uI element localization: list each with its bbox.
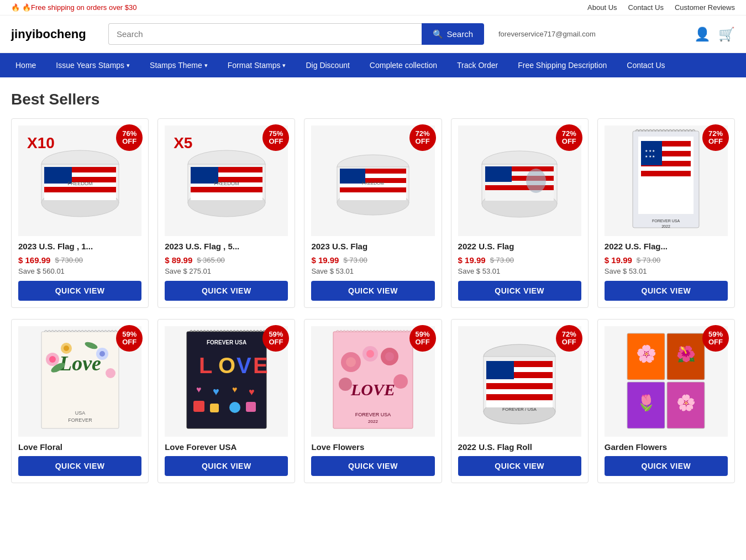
quick-view-btn-4[interactable]: QUICK VIEW (458, 281, 581, 301)
header-email: foreverservice717@gmail.com (498, 30, 596, 38)
nav-home[interactable]: Home (6, 53, 46, 77)
chevron-stamps-theme: ▾ (204, 62, 208, 69)
quick-view-btn-3[interactable]: QUICK VIEW (311, 281, 434, 301)
nav-free-shipping[interactable]: Free Shipping Description (508, 53, 617, 77)
svg-rect-71 (210, 404, 219, 412)
product-card-4: 72% OFF 2022 U.S. Flag (451, 118, 589, 308)
svg-rect-6 (44, 187, 116, 192)
svg-point-52 (64, 346, 69, 351)
shipping-notice-text: 🔥Free shipping on orders over $30 (22, 3, 137, 12)
search-bar: 🔍 Search (108, 23, 484, 45)
svg-rect-73 (246, 402, 256, 412)
contact-us-top-link[interactable]: Contact Us (628, 3, 664, 12)
svg-point-80 (366, 350, 374, 358)
price-save-3: Save $ 53.01 (311, 267, 434, 275)
discount-pct-7: 59% (269, 331, 283, 338)
discount-off-1: OFF (122, 138, 136, 145)
nav-track-order[interactable]: Track Order (447, 53, 508, 77)
svg-text:2022: 2022 (662, 224, 671, 228)
price-save-2: Save $ 275.01 (165, 267, 288, 275)
product-card-1: 76% OFF X10 FREEDOM 2023 U.S. (11, 118, 149, 308)
svg-text:Love: Love (59, 352, 101, 375)
quick-view-btn-2[interactable]: QUICK VIEW (165, 281, 288, 301)
quick-view-btn-6[interactable]: QUICK VIEW (18, 456, 141, 476)
svg-text:🌺: 🌺 (676, 345, 696, 363)
discount-pct-10: 59% (708, 331, 723, 338)
price-current-5: $ 19.99 (605, 255, 632, 265)
discount-badge-5: 72% OFF (702, 124, 729, 151)
discount-badge-6: 59% OFF (116, 325, 143, 352)
svg-text:FOREVER USA: FOREVER USA (207, 339, 246, 346)
garden-svg: 🌸 🌺 🌷 🌸 (622, 329, 710, 434)
flag-roll2-svg: FOREVER / USA (475, 329, 564, 434)
nav-stamps-theme[interactable]: Stamps Theme ▾ (140, 53, 218, 77)
discount-off-8: OFF (416, 338, 430, 346)
svg-text:FOREVER: FOREVER (68, 417, 92, 423)
product-name-6: Love Floral (18, 442, 141, 452)
product-price-2: $ 89.99 $ 365.00 (165, 255, 288, 265)
price-current-4: $ 19.99 (458, 255, 486, 265)
about-us-link[interactable]: About Us (587, 3, 617, 12)
product-name-1: 2023 U.S. Flag , 1... (18, 242, 141, 251)
nav-dig-discount[interactable]: Dig Discount (296, 53, 359, 77)
love-floral-svg: Love USA FOREVER (36, 329, 124, 434)
cart-icon[interactable]: 🛒 (718, 27, 735, 42)
quick-view-btn-10[interactable]: QUICK VIEW (605, 456, 728, 476)
price-save-5: Save $ 53.01 (605, 267, 728, 275)
svg-point-78 (385, 352, 394, 361)
svg-rect-94 (486, 361, 514, 379)
price-original-1: $ 730.00 (55, 256, 83, 264)
quick-view-btn-5[interactable]: QUICK VIEW (605, 281, 728, 301)
customer-reviews-link[interactable]: Customer Reviews (675, 3, 735, 12)
chevron-issue-years: ▾ (127, 62, 130, 69)
product-price-5: $ 19.99 $ 73.00 (605, 255, 728, 265)
multiplier-2: X5 (174, 134, 192, 152)
svg-text:FREEDOM: FREEDOM (214, 181, 239, 186)
quick-view-btn-7[interactable]: QUICK VIEW (165, 456, 288, 476)
product-card-2: 75% OFF X5 FREEDOM 2023 U.S. Flag , 5... (157, 118, 295, 308)
product-card-9: 72% OFF FOREVER (451, 319, 589, 483)
product-name-7: Love Forever USA (165, 442, 288, 452)
svg-text:LOVE: LOVE (350, 380, 395, 399)
svg-point-72 (229, 402, 240, 413)
discount-badge-4: 72% OFF (556, 124, 582, 151)
price-original-4: $ 73.00 (490, 256, 514, 264)
price-current-2: $ 89.99 (165, 255, 192, 265)
quick-view-btn-9[interactable]: QUICK VIEW (458, 456, 581, 476)
top-bar: 🔥 🔥Free shipping on orders over $30 Abou… (0, 0, 746, 15)
svg-text:O: O (218, 353, 235, 378)
product-name-8: Love Flowers (311, 442, 434, 452)
product-card-8: 59% OFF LOVE (304, 319, 442, 483)
svg-text:♥: ♥ (213, 385, 219, 397)
svg-rect-42 (641, 141, 662, 165)
product-name-9: 2022 U.S. Flag Roll (458, 442, 581, 452)
discount-off-9: OFF (562, 338, 576, 346)
svg-text:V: V (237, 353, 251, 378)
nav-complete-collection[interactable]: Complete collection (360, 53, 447, 77)
svg-rect-24 (340, 187, 406, 192)
main-nav: Home Issue Years Stamps ▾ Stamps Theme ▾… (0, 53, 746, 77)
product-card-6: 59% OFF Love (11, 319, 149, 483)
nav-format-stamps[interactable]: Format Stamps ▾ (218, 53, 296, 77)
discount-badge-9: 72% OFF (556, 325, 582, 352)
stamp-roll-svg-4 (475, 137, 564, 225)
quick-view-btn-1[interactable]: QUICK VIEW (18, 281, 141, 301)
search-button-label: Search (446, 29, 473, 39)
user-icon[interactable]: 👤 (694, 27, 711, 42)
search-button[interactable]: 🔍 Search (422, 23, 484, 45)
nav-issue-years[interactable]: Issue Years Stamps ▾ (46, 53, 140, 77)
svg-rect-70 (193, 401, 204, 412)
svg-text:FOREVER USA: FOREVER USA (355, 412, 391, 417)
price-original-3: $ 73.00 (343, 256, 367, 264)
discount-pct-8: 59% (416, 331, 430, 338)
search-input[interactable] (108, 23, 422, 45)
discount-off-5: OFF (708, 138, 723, 145)
quick-view-btn-8[interactable]: QUICK VIEW (311, 456, 434, 476)
header-icons: 👤 🛒 (694, 27, 735, 42)
svg-text:🌸: 🌸 (636, 344, 657, 364)
price-save-4: Save $ 53.01 (458, 267, 581, 275)
nav-contact-us[interactable]: Contact Us (617, 53, 675, 77)
discount-off-4: OFF (562, 138, 576, 145)
product-grid-row1: 76% OFF X10 FREEDOM 2023 U.S. (11, 118, 735, 308)
love-colorful-svg: FOREVER USA L O V E ♥ ♥ ♥ ♥ (182, 329, 271, 434)
